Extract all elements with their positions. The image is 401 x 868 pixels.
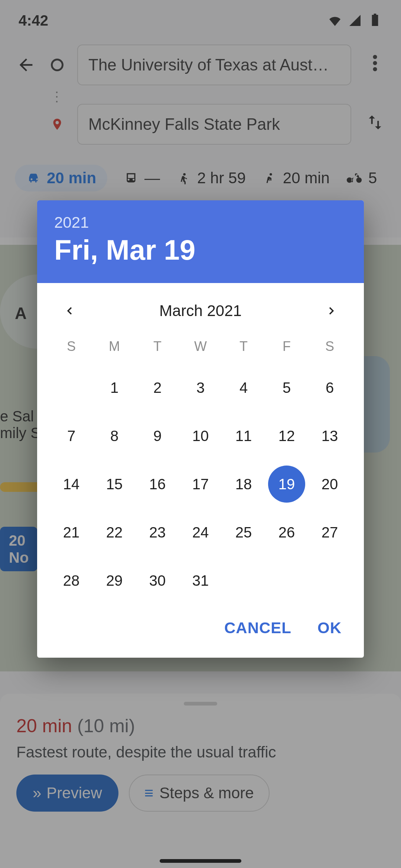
- dialog-actions: CANCEL OK: [37, 602, 364, 658]
- calendar-day[interactable]: 25: [225, 514, 262, 551]
- weekday-label: S: [308, 339, 351, 358]
- calendar-day[interactable]: 30: [139, 562, 176, 599]
- weekday-label: S: [50, 339, 93, 358]
- calendar-day[interactable]: 21: [53, 514, 90, 551]
- calendar-day[interactable]: 27: [311, 514, 348, 551]
- weekday-label: T: [136, 339, 179, 358]
- cancel-button[interactable]: CANCEL: [221, 613, 295, 643]
- calendar-day[interactable]: 10: [182, 417, 219, 454]
- calendar-day[interactable]: 22: [96, 514, 133, 551]
- calendar-day[interactable]: 3: [182, 369, 219, 406]
- prev-month-button[interactable]: [56, 298, 82, 324]
- calendar-day[interactable]: 24: [182, 514, 219, 551]
- gesture-bar[interactable]: [160, 859, 241, 863]
- calendar-day[interactable]: 14: [53, 466, 90, 503]
- calendar-day[interactable]: 20: [311, 466, 348, 503]
- calendar-day[interactable]: 26: [268, 514, 305, 551]
- date-picker-year[interactable]: 2021: [54, 214, 347, 231]
- calendar-day[interactable]: 5: [268, 369, 305, 406]
- calendar-day[interactable]: 9: [139, 417, 176, 454]
- calendar-day[interactable]: 18: [225, 466, 262, 503]
- calendar-day[interactable]: 15: [96, 466, 133, 503]
- ok-button[interactable]: OK: [314, 613, 345, 643]
- calendar-day[interactable]: 7: [53, 417, 90, 454]
- date-picker-dialog: 2021 Fri, Mar 19 March 2021 SMTWTFS12345…: [37, 200, 364, 658]
- date-picker-header: 2021 Fri, Mar 19: [37, 200, 364, 283]
- calendar-day[interactable]: 17: [182, 466, 219, 503]
- weekday-label: M: [93, 339, 136, 358]
- calendar-day[interactable]: 6: [311, 369, 348, 406]
- weekday-label: W: [179, 339, 222, 358]
- calendar-day[interactable]: 2: [139, 369, 176, 406]
- calendar-day[interactable]: 12: [268, 417, 305, 454]
- weekday-label: T: [222, 339, 265, 358]
- calendar-day[interactable]: 11: [225, 417, 262, 454]
- calendar-day[interactable]: 8: [96, 417, 133, 454]
- month-title: March 2021: [159, 302, 242, 320]
- calendar-day[interactable]: 23: [139, 514, 176, 551]
- chevron-right-icon: [326, 305, 337, 316]
- calendar-day[interactable]: 29: [96, 562, 133, 599]
- next-month-button[interactable]: [319, 298, 345, 324]
- date-picker-selected-date[interactable]: Fri, Mar 19: [54, 234, 347, 266]
- calendar-day[interactable]: 31: [182, 562, 219, 599]
- calendar-grid: SMTWTFS123456789101112131415161718192021…: [50, 339, 351, 599]
- calendar-day[interactable]: 28: [53, 562, 90, 599]
- calendar-day[interactable]: 16: [139, 466, 176, 503]
- weekday-label: F: [265, 339, 308, 358]
- calendar-day[interactable]: 4: [225, 369, 262, 406]
- month-navigation: March 2021: [50, 298, 351, 324]
- chevron-left-icon: [64, 305, 75, 316]
- calendar-day[interactable]: 1: [96, 369, 133, 406]
- calendar-day[interactable]: 13: [311, 417, 348, 454]
- calendar-day[interactable]: 19: [268, 466, 305, 503]
